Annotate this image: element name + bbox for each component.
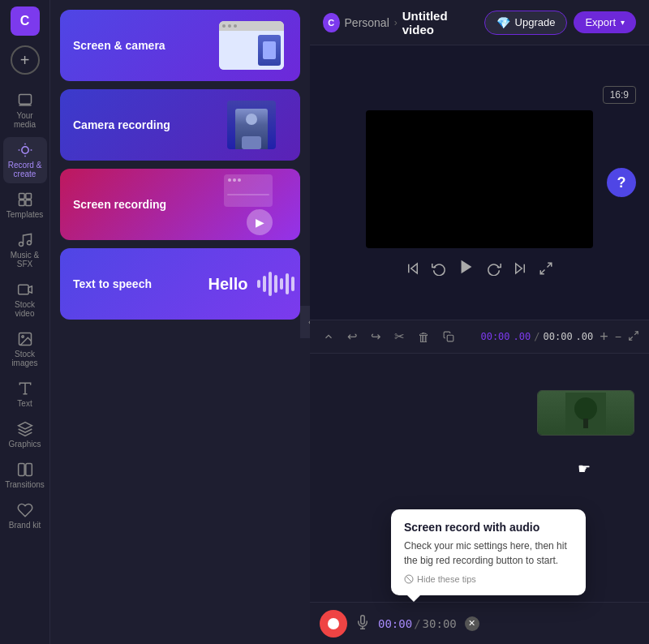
add-button[interactable]: + bbox=[11, 45, 40, 75]
timeline-collapse-btn[interactable] bbox=[320, 329, 337, 344]
browser-bar bbox=[219, 21, 284, 31]
tooltip-card: Screen record with audio Check your mic … bbox=[391, 509, 586, 595]
tooltip-body: Check your mic settings here, then hit t… bbox=[404, 539, 573, 568]
video-canvas bbox=[366, 110, 593, 248]
upgrade-button[interactable]: 💎 Upgrade bbox=[484, 11, 568, 35]
browser-dot bbox=[234, 24, 237, 28]
rewind-button[interactable] bbox=[432, 261, 446, 276]
redo-button[interactable]: ↪ bbox=[367, 328, 385, 346]
time-current: 00:00 bbox=[480, 331, 509, 342]
export-chevron-down: ▾ bbox=[621, 18, 625, 27]
timeline-time: 00:00 .00 / 00:00 .00 bbox=[480, 331, 593, 342]
play-icon bbox=[458, 258, 475, 276]
brand-icon bbox=[17, 502, 33, 518]
camera-recording-label: Camera recording bbox=[60, 118, 300, 132]
skip-forward-icon bbox=[513, 261, 527, 276]
zoom-out-button[interactable]: − bbox=[615, 330, 621, 343]
cut-button[interactable]: ✂ bbox=[391, 328, 408, 346]
export-button[interactable]: Export ▾ bbox=[574, 11, 636, 33]
record-icon bbox=[17, 142, 33, 158]
camera-recording-card[interactable]: Camera recording bbox=[60, 89, 300, 161]
text-icon bbox=[17, 380, 33, 397]
screen-camera-card[interactable]: Screen & camera bbox=[60, 10, 300, 81]
clip-thumbnail bbox=[538, 391, 634, 435]
add-clip-button[interactable]: + bbox=[600, 328, 608, 346]
skip-back-button[interactable] bbox=[406, 261, 420, 276]
play-circle: ▶ bbox=[247, 209, 273, 235]
svg-rect-8 bbox=[18, 285, 28, 294]
svg-point-6 bbox=[19, 243, 23, 247]
tree-svg bbox=[565, 393, 606, 433]
svg-point-24 bbox=[574, 397, 597, 420]
sidebar-item-stock-video[interactable]: Stock video bbox=[3, 277, 47, 323]
record-create-panel: Screen & camera Camera recording bbox=[50, 0, 310, 644]
copy-button[interactable] bbox=[440, 329, 458, 344]
fullscreen-button[interactable] bbox=[539, 261, 553, 276]
screen-recording-card[interactable]: Screen recording ▶ bbox=[60, 169, 300, 240]
workspace-label: Personal bbox=[345, 16, 389, 29]
record-button[interactable] bbox=[320, 610, 347, 638]
close-button[interactable]: ✕ bbox=[465, 616, 479, 631]
svg-marker-13 bbox=[411, 264, 418, 273]
play-button[interactable] bbox=[458, 258, 475, 280]
sidebar-item-label: Music & SFX bbox=[6, 251, 44, 268]
delete-button[interactable]: 🗑 bbox=[415, 328, 433, 346]
timer-display: 00:00 / 30:00 bbox=[378, 617, 457, 630]
circle-slash-icon bbox=[404, 574, 414, 584]
forward-button[interactable] bbox=[487, 261, 501, 276]
svg-rect-2 bbox=[19, 194, 24, 200]
hide-tips-button[interactable]: Hide these tips bbox=[404, 574, 573, 584]
svg-rect-20 bbox=[447, 335, 453, 341]
export-label: Export bbox=[585, 16, 616, 28]
undo-button[interactable]: ↩ bbox=[344, 328, 361, 346]
svg-line-19 bbox=[540, 270, 544, 274]
sidebar-item-stock-images[interactable]: Stock images bbox=[3, 326, 47, 372]
text-to-speech-card[interactable]: Text to speech Hello bbox=[60, 248, 300, 320]
cursor-icon: ☛ bbox=[578, 460, 591, 478]
svg-line-18 bbox=[548, 263, 552, 267]
gem-icon: 💎 bbox=[496, 16, 510, 29]
sidebar-item-your-media[interactable]: Your media bbox=[3, 88, 47, 134]
sidebar-item-label: Text bbox=[17, 399, 32, 408]
browser-dot bbox=[228, 24, 231, 28]
sidebar-item-text[interactable]: Text bbox=[3, 376, 47, 413]
help-button[interactable]: ? bbox=[607, 168, 636, 197]
sidebar-item-label: Templates bbox=[6, 210, 44, 219]
timeline-track: ☛ bbox=[310, 354, 649, 471]
header: C Personal › Untitled video 💎 Upgrade Ex… bbox=[310, 0, 649, 45]
mic-icon bbox=[355, 615, 370, 629]
time-ms-current: .00 bbox=[514, 331, 531, 342]
sidebar-item-label: Graphics bbox=[8, 440, 41, 449]
svg-point-1 bbox=[21, 147, 28, 153]
time-ms-total: .00 bbox=[576, 331, 594, 342]
zoom-expand-button[interactable] bbox=[628, 330, 639, 344]
timer-total: 30:00 bbox=[423, 617, 457, 630]
sidebar-item-graphics[interactable]: Graphics bbox=[3, 416, 47, 453]
media-icon bbox=[17, 92, 33, 109]
transitions-icon bbox=[17, 462, 33, 478]
app-logo[interactable]: C bbox=[11, 6, 40, 36]
breadcrumb-chevron: › bbox=[394, 17, 398, 28]
timeline-toolbar: ↩ ↪ ✂ 🗑 00:00 .00 / 00:00 .00 + − bbox=[310, 320, 649, 354]
expand-icon bbox=[628, 330, 639, 341]
aspect-ratio-badge[interactable]: 16:9 bbox=[603, 86, 636, 104]
mic-button[interactable] bbox=[355, 615, 370, 633]
sidebar-item-transitions[interactable]: Transitions bbox=[3, 457, 47, 494]
sidebar-item-brand-kit[interactable]: Brand kit bbox=[3, 497, 47, 535]
svg-marker-15 bbox=[462, 260, 472, 273]
svg-marker-16 bbox=[516, 264, 522, 273]
video-title[interactable]: Untitled video bbox=[402, 9, 471, 36]
fullscreen-icon bbox=[539, 261, 553, 276]
sidebar-item-music-sfx[interactable]: Music & SFX bbox=[3, 227, 47, 273]
sidebar-item-record-create[interactable]: Record & create bbox=[3, 137, 47, 183]
sidebar-item-templates[interactable]: Templates bbox=[3, 187, 47, 224]
svg-rect-0 bbox=[19, 95, 31, 105]
time-separator: / bbox=[534, 331, 539, 342]
skip-forward-button[interactable] bbox=[513, 261, 527, 276]
sidebar-item-label: Your media bbox=[6, 111, 44, 129]
stock-images-icon bbox=[17, 331, 33, 347]
timeline-clip[interactable] bbox=[537, 390, 634, 436]
screen-camera-label: Screen & camera bbox=[60, 38, 300, 53]
sidebar-item-label: Record & create bbox=[6, 161, 44, 178]
panel-collapse-button[interactable]: ‹ bbox=[300, 306, 310, 338]
